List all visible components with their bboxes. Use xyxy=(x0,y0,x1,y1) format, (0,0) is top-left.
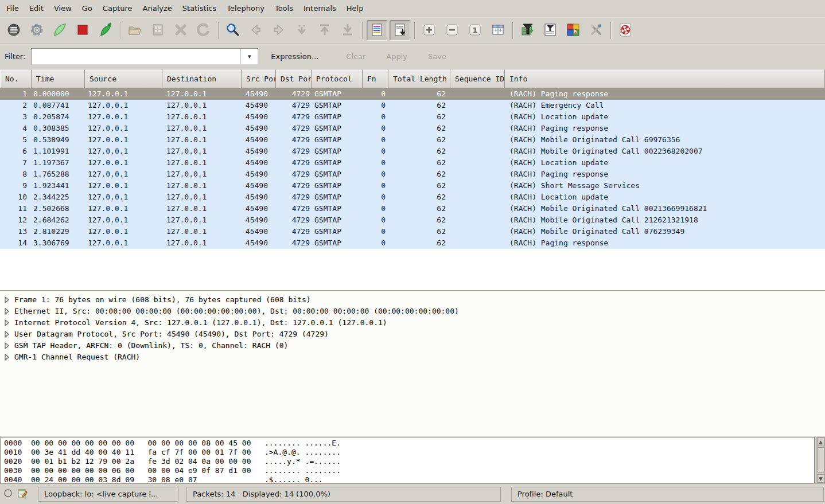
autoscroll-toggle-button[interactable] xyxy=(390,20,410,41)
packet-row-7[interactable]: 71.197367127.0.0.1127.0.0.1454904729GSMT… xyxy=(0,157,825,169)
expander-icon[interactable] xyxy=(3,354,10,361)
column-header-info[interactable]: Info xyxy=(505,69,825,88)
scrollbar-thumb[interactable] xyxy=(817,447,824,472)
hex-line-2[interactable]: 0020 00 01 b1 b2 12 79 00 2a fe 3d 02 04… xyxy=(4,457,814,466)
capture-comment-button[interactable] xyxy=(17,488,28,500)
filter-dropdown-button[interactable]: ▾ xyxy=(240,49,258,64)
expander-icon[interactable] xyxy=(3,296,10,303)
profile-box[interactable]: Profile: Default xyxy=(511,487,824,502)
file-save-button[interactable] xyxy=(147,20,168,41)
file-close-button[interactable] xyxy=(170,20,191,41)
menu-edit[interactable]: Edit xyxy=(24,0,49,17)
capture-stop-button[interactable] xyxy=(72,20,93,41)
find-packet-button[interactable] xyxy=(223,20,243,41)
goto-top-button[interactable] xyxy=(314,20,335,41)
packet-row-11[interactable]: 112.502668127.0.0.1127.0.0.1454904729GSM… xyxy=(0,203,825,214)
cell-total_length: 62 xyxy=(388,192,450,203)
resize-columns-button[interactable]: ++ xyxy=(488,20,508,41)
menu-capture[interactable]: Capture xyxy=(98,0,138,17)
packet-bytes-pane[interactable]: 0000 00 00 00 00 00 00 00 00 00 00 00 00… xyxy=(1,437,815,483)
reload-button[interactable] xyxy=(193,20,214,41)
expression-button[interactable]: Expression... xyxy=(265,49,324,64)
column-header-src-port[interactable]: Src Port xyxy=(242,69,276,88)
detail-row-1[interactable]: Ethernet II, Src: 00:00:00 00:00:00 (00:… xyxy=(0,306,825,317)
colorize-toggle-button[interactable] xyxy=(367,20,387,41)
capture-start-button[interactable] xyxy=(49,20,70,41)
expert-info-button[interactable] xyxy=(3,489,13,499)
goto-bottom-button[interactable] xyxy=(337,20,358,41)
hex-line-3[interactable]: 0030 00 00 00 00 00 00 06 00 00 00 04 e9… xyxy=(4,466,814,475)
column-header-protocol[interactable]: Protocol xyxy=(312,69,363,88)
expander-icon[interactable] xyxy=(3,331,10,338)
zoom-in-button[interactable] xyxy=(419,20,439,41)
chevron-down-icon: ▾ xyxy=(248,53,251,60)
detail-row-5[interactable]: GMR-1 Channel Request (RACH) xyxy=(0,351,825,363)
capture-restart-button[interactable] xyxy=(95,20,116,41)
menu-analyze[interactable]: Analyze xyxy=(138,0,177,17)
scroll-up-button[interactable]: ▲ xyxy=(817,437,824,446)
detail-row-3[interactable]: User Datagram Protocol, Src Port: 45490 … xyxy=(0,329,825,340)
column-header-source[interactable]: Source xyxy=(85,69,162,88)
goto-packet-button[interactable] xyxy=(291,20,312,41)
packet-row-1[interactable]: 10.000000127.0.0.1127.0.0.1454904729GSMT… xyxy=(0,88,825,100)
column-header-destination[interactable]: Destination xyxy=(162,69,242,88)
packet-row-14[interactable]: 143.306769127.0.0.1127.0.0.1454904729GSM… xyxy=(0,237,825,249)
hex-line-0[interactable]: 0000 00 00 00 00 00 00 00 00 00 00 00 00… xyxy=(4,439,814,448)
expander-icon[interactable] xyxy=(3,319,10,326)
column-header-no-[interactable]: No. xyxy=(0,69,32,88)
cell-sequence_id xyxy=(450,111,505,123)
column-header-sequence-id[interactable]: Sequence ID xyxy=(450,69,505,88)
column-header-dst-port[interactable]: Dst Port xyxy=(276,69,312,88)
column-header-time[interactable]: Time xyxy=(32,69,85,88)
detail-row-2[interactable]: Internet Protocol Version 4, Src: 127.0.… xyxy=(0,317,825,329)
interfaces-list-button[interactable] xyxy=(3,20,24,41)
packet-row-12[interactable]: 122.684262127.0.0.1127.0.0.1454904729GSM… xyxy=(0,214,825,226)
hex-line-4[interactable]: 0040 00 24 00 00 00 03 8d 09 30 08 e0 07… xyxy=(4,475,814,483)
coloring-rules-button[interactable] xyxy=(563,20,583,41)
menu-internals[interactable]: Internals xyxy=(298,0,341,17)
packet-row-13[interactable]: 132.810229127.0.0.1127.0.0.1454904729GSM… xyxy=(0,226,825,237)
expander-icon[interactable] xyxy=(3,308,10,315)
clear-button[interactable]: Clear xyxy=(340,49,371,64)
zoom-100-button[interactable]: 1 xyxy=(465,20,485,41)
detail-row-4[interactable]: GSM TAP Header, ARFCN: 0 (Downlink), TS:… xyxy=(0,340,825,351)
filter-input[interactable] xyxy=(32,49,240,64)
menu-view[interactable]: View xyxy=(49,0,77,17)
menu-tools[interactable]: Tools xyxy=(270,0,298,17)
help-button[interactable] xyxy=(615,20,636,41)
column-header-fn[interactable]: Fn xyxy=(363,69,388,88)
expander-icon[interactable] xyxy=(3,342,10,349)
menu-telephony[interactable]: Telephony xyxy=(221,0,270,17)
display-filter-button[interactable] xyxy=(540,20,561,41)
preferences-button[interactable] xyxy=(586,20,606,41)
apply-button[interactable]: Apply xyxy=(380,49,413,64)
hex-line-1[interactable]: 0010 00 3e 41 dd 40 00 40 11 fa cf 7f 00… xyxy=(4,448,814,457)
menu-statistics[interactable]: Statistics xyxy=(177,0,221,17)
bytes-scrollbar[interactable]: ▲ ▼ xyxy=(816,437,825,483)
go-forward-button[interactable] xyxy=(268,20,289,41)
menu-help[interactable]: Help xyxy=(341,0,369,17)
column-header-total-length[interactable]: Total Length xyxy=(388,69,450,88)
packet-row-9[interactable]: 91.923441127.0.0.1127.0.0.1454904729GSMT… xyxy=(0,180,825,192)
packet-row-10[interactable]: 102.344225127.0.0.1127.0.0.1454904729GSM… xyxy=(0,192,825,203)
packet-row-2[interactable]: 20.087741127.0.0.1127.0.0.1454904729GSMT… xyxy=(0,100,825,111)
detail-row-0[interactable]: Frame 1: 76 bytes on wire (608 bits), 76… xyxy=(0,294,825,306)
go-back-button[interactable] xyxy=(246,20,266,41)
menu-file[interactable]: File xyxy=(1,0,24,17)
packet-row-4[interactable]: 40.308385127.0.0.1127.0.0.1454904729GSMT… xyxy=(0,123,825,134)
scroll-down-button[interactable]: ▼ xyxy=(817,474,824,483)
svg-text:+: + xyxy=(499,28,503,33)
packet-row-5[interactable]: 50.538949127.0.0.1127.0.0.1454904729GSMT… xyxy=(0,134,825,146)
zoom-out-button[interactable] xyxy=(442,20,462,41)
capture-filter-button[interactable] xyxy=(517,20,538,41)
cell-fn: 0 xyxy=(363,237,388,249)
save-button[interactable]: Save xyxy=(422,49,452,64)
file-open-button[interactable] xyxy=(124,20,145,41)
cell-dst_port: 4729 xyxy=(276,214,312,226)
capture-options-button[interactable] xyxy=(26,20,47,41)
packet-row-6[interactable]: 61.101991127.0.0.1127.0.0.1454904729GSMT… xyxy=(0,146,825,157)
scrollbar-track[interactable] xyxy=(817,446,824,474)
menu-go[interactable]: Go xyxy=(77,0,98,17)
packet-row-3[interactable]: 30.205874127.0.0.1127.0.0.1454904729GSMT… xyxy=(0,111,825,123)
packet-row-8[interactable]: 81.765288127.0.0.1127.0.0.1454904729GSMT… xyxy=(0,169,825,180)
